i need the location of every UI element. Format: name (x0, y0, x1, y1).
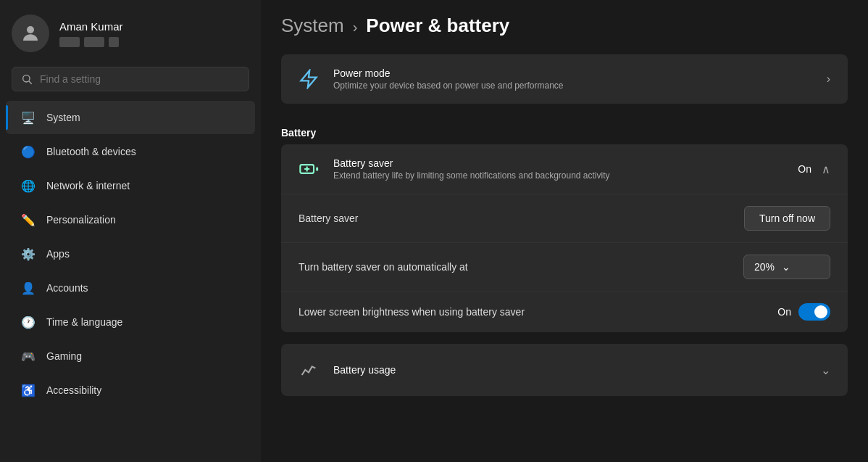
brightness-label: Lower screen brightness when using batte… (299, 306, 777, 318)
power-mode-chevron[interactable]: › (824, 70, 833, 88)
sidebar-item-time[interactable]: 🕐 Time & language (6, 305, 255, 339)
personalization-icon: ✏️ (20, 212, 36, 228)
auto-label: Turn battery saver on automatically at (299, 261, 743, 273)
turn-off-button[interactable]: Turn off now (744, 206, 830, 231)
sidebar-item-system-label: System (46, 112, 80, 123)
sidebar: Aman Kumar 🖥️ System 🔵 Bluetooth & devic… (0, 0, 261, 462)
page-header: System › Power & battery (281, 15, 848, 37)
battery-saver-card: Battery saver Extend battery life by lim… (281, 144, 848, 332)
sidebar-item-personalization-label: Personalization (46, 214, 116, 226)
network-icon: 🌐 (20, 178, 36, 194)
power-mode-subtitle: Optimize your device based on power use … (333, 81, 812, 91)
brightness-status: On (777, 306, 791, 318)
sidebar-item-accounts-label: Accounts (46, 282, 88, 294)
search-icon (21, 73, 33, 85)
main-content: System › Power & battery Power mode Opti… (261, 0, 868, 462)
dot3 (109, 37, 119, 47)
svg-point-1 (23, 75, 30, 82)
battery-usage-row[interactable]: Battery usage ⌄ (281, 344, 848, 396)
apps-icon: ⚙️ (20, 246, 36, 262)
breadcrumb: System (281, 15, 344, 37)
sidebar-item-network[interactable]: 🌐 Network & internet (6, 169, 255, 202)
power-mode-icon (296, 66, 322, 92)
sidebar-item-accessibility[interactable]: ♿ Accessibility (6, 374, 255, 407)
gaming-icon: 🎮 (20, 348, 36, 364)
battery-saver-inner-row-2: Turn battery saver on automatically at 2… (281, 243, 848, 292)
user-icon (20, 22, 41, 44)
power-mode-card[interactable]: Power mode Optimize your device based on… (281, 54, 848, 104)
battery-saver-chevron[interactable]: ∧ (819, 160, 833, 179)
battery-usage-chevron[interactable]: ⌄ (818, 360, 833, 380)
brightness-toggle-container: On (777, 303, 830, 321)
sidebar-item-network-label: Network & internet (46, 180, 130, 191)
nav-list: 🖥️ System 🔵 Bluetooth & devices 🌐 Networ… (0, 100, 261, 462)
battery-saver-status: On (798, 163, 811, 175)
battery-usage-card[interactable]: Battery usage ⌄ (281, 344, 848, 396)
sidebar-item-apps-label: Apps (46, 248, 70, 260)
sidebar-item-gaming-label: Gaming (46, 350, 82, 362)
user-dots (59, 37, 123, 47)
page-title: Power & battery (366, 15, 509, 37)
sidebar-item-time-label: Time & language (46, 316, 122, 328)
accessibility-icon: ♿ (20, 382, 36, 398)
battery-saver-subtitle: Extend battery life by limiting some not… (333, 170, 786, 181)
svg-line-2 (29, 81, 32, 84)
sidebar-item-bluetooth[interactable]: 🔵 Bluetooth & devices (6, 135, 255, 168)
system-icon: 🖥️ (20, 110, 36, 125)
breadcrumb-separator: › (353, 19, 358, 36)
sidebar-item-personalization[interactable]: ✏️ Personalization (6, 203, 255, 236)
sidebar-item-accounts[interactable]: 👤 Accounts (6, 271, 255, 305)
battery-saver-text: Battery saver Extend battery life by lim… (333, 157, 786, 181)
avatar (12, 15, 49, 52)
power-mode-text: Power mode Optimize your device based on… (333, 67, 812, 91)
sidebar-item-bluetooth-label: Bluetooth & devices (46, 146, 136, 157)
battery-usage-label: Battery usage (333, 364, 806, 376)
dot1 (59, 37, 80, 47)
battery-saver-icon (296, 156, 322, 182)
battery-saver-action: On ∧ (798, 160, 833, 179)
battery-usage-icon (296, 357, 322, 383)
user-name: Aman Kumar (59, 20, 123, 33)
search-container (0, 64, 261, 100)
accounts-icon: 👤 (20, 280, 36, 296)
time-icon: 🕐 (20, 314, 36, 330)
sidebar-item-gaming[interactable]: 🎮 Gaming (6, 339, 255, 373)
sidebar-item-system[interactable]: 🖥️ System (6, 101, 255, 134)
battery-saver-inner-row-1: Battery saver Turn off now (281, 194, 848, 243)
brightness-toggle[interactable] (798, 303, 830, 321)
battery-saver-title: Battery saver (333, 157, 786, 169)
power-mode-action: › (824, 70, 833, 88)
search-box[interactable] (12, 67, 249, 91)
auto-value: 20% (754, 261, 775, 273)
search-input[interactable] (40, 73, 240, 85)
dot2 (84, 37, 104, 47)
svg-point-0 (27, 26, 34, 33)
auto-dropdown[interactable]: 20% ⌄ (743, 255, 830, 279)
battery-saver-inner-label: Battery saver (299, 213, 744, 224)
power-mode-title: Power mode (333, 67, 812, 79)
user-info: Aman Kumar (59, 20, 123, 47)
dropdown-chevron: ⌄ (782, 261, 790, 273)
bluetooth-icon: 🔵 (20, 144, 36, 160)
sidebar-item-accessibility-label: Accessibility (46, 384, 101, 396)
sidebar-item-apps[interactable]: ⚙️ Apps (6, 237, 255, 271)
power-mode-row[interactable]: Power mode Optimize your device based on… (281, 54, 848, 104)
battery-saver-inner-row-3: Lower screen brightness when using batte… (281, 292, 848, 332)
battery-section-label: Battery (281, 115, 848, 144)
battery-saver-header-row[interactable]: Battery saver Extend battery life by lim… (281, 144, 848, 194)
user-profile: Aman Kumar (0, 0, 261, 64)
